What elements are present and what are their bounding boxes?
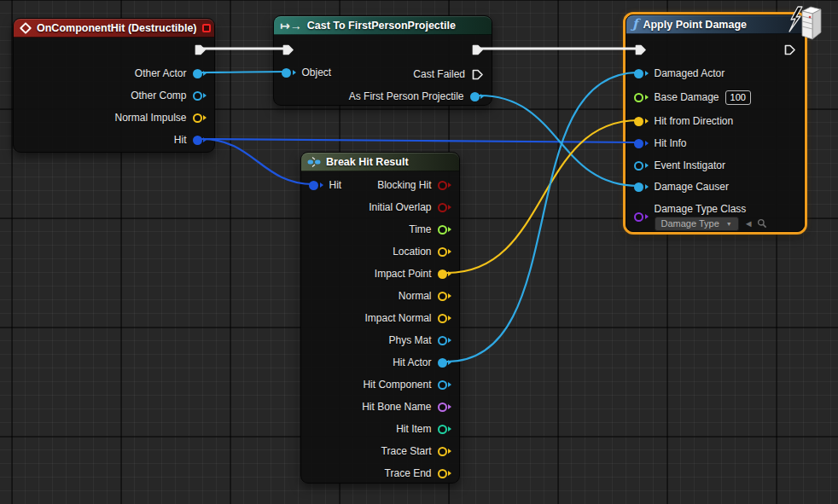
pin-row-initial-overlap: Initial Overlap bbox=[301, 199, 459, 216]
pin-label: Impact Point bbox=[375, 268, 432, 280]
pin-damage-type-class[interactable] bbox=[634, 212, 649, 222]
pin-label: Initial Overlap bbox=[369, 201, 431, 213]
pin-row-cast-failed: Cast Failed bbox=[274, 66, 492, 83]
wire-hit-to-hit_info[interactable] bbox=[202, 139, 638, 142]
pin-label: Damaged Actor bbox=[655, 67, 725, 79]
node-cast-to-firstpersonprojectile[interactable]: ↦→Cast To FirstPersonProjectileObjectCas… bbox=[273, 15, 492, 106]
pin-row-event-instigator: Event Instigator bbox=[626, 157, 804, 174]
pin-label: As First Person Projectile bbox=[349, 90, 464, 102]
pin-row-damage-causer: Damage Causer bbox=[626, 178, 804, 195]
base-damage-input[interactable]: 100 bbox=[725, 90, 751, 105]
pin-row-hit-actor: Hit Actor bbox=[301, 354, 459, 371]
pin-label: Hit bbox=[174, 134, 187, 146]
pin-label: Phys Mat bbox=[388, 334, 431, 346]
pin-blocking-hit[interactable] bbox=[438, 181, 452, 190]
pin-normal[interactable] bbox=[438, 292, 452, 301]
node-title: Break Hit Result bbox=[326, 156, 409, 168]
pin-row-normal: Normal bbox=[301, 287, 459, 304]
pin-trace-end[interactable] bbox=[438, 469, 452, 478]
pin-time[interactable] bbox=[438, 225, 452, 235]
pin-location[interactable] bbox=[438, 247, 452, 257]
wire-other_actor-to-object[interactable] bbox=[202, 72, 286, 72]
pin-label: Other Comp bbox=[131, 90, 186, 101]
pin-row-other-actor: Other Actor bbox=[14, 65, 214, 82]
pin-row-location: Location bbox=[301, 243, 459, 260]
pin-initial-overlap[interactable] bbox=[438, 203, 452, 212]
blueprint-graph-canvas[interactable]: OnComponentHit (Destructible)Other Actor… bbox=[0, 0, 838, 504]
pin-row-other-comp: Other Comp bbox=[14, 87, 214, 104]
pin-row-phys-mat: Phys Mat bbox=[301, 332, 459, 349]
break-struct-icon bbox=[307, 156, 321, 168]
pin-base-damage[interactable] bbox=[634, 93, 649, 102]
node-header[interactable]: ↦→Cast To FirstPersonProjectile bbox=[274, 16, 492, 35]
pin-hit-item[interactable] bbox=[438, 425, 452, 434]
cast-arrow-icon: ↦→ bbox=[280, 20, 302, 32]
pin-row-as-first-person-projectile: As First Person Projectile bbox=[274, 88, 492, 105]
pin-hit-bone-name[interactable] bbox=[438, 403, 452, 412]
pin-row-exec-out bbox=[626, 41, 804, 58]
pin-label: Hit Bone Name bbox=[362, 401, 431, 413]
pin-row-hit-info: Hit Info bbox=[626, 135, 804, 152]
pin-row-impact-normal: Impact Normal bbox=[301, 310, 459, 327]
pin-cast-failed[interactable] bbox=[471, 68, 484, 81]
wire-impact_point-to-hit_from_direction[interactable] bbox=[447, 120, 638, 273]
wire-hit_actor-to-damaged_actor[interactable] bbox=[447, 72, 638, 362]
node-header[interactable]: ƒApply Point Damage bbox=[626, 15, 804, 34]
node-title: Cast To FirstPersonProjectile bbox=[307, 20, 456, 32]
pin-row-hit-item: Hit Item bbox=[301, 420, 459, 437]
browse-magnifier-icon[interactable] bbox=[757, 218, 767, 229]
pin-row-damage-type-class: Damage Type ClassDamage Type▼◄ bbox=[626, 201, 804, 232]
pin-label: Hit Info bbox=[655, 137, 687, 149]
node-event-oncomponenthit[interactable]: OnComponentHit (Destructible)Other Actor… bbox=[13, 18, 215, 153]
pin-trace-start[interactable] bbox=[438, 447, 452, 456]
chevron-down-icon: ▼ bbox=[726, 217, 732, 230]
pin-row-hit-component: Hit Component bbox=[301, 376, 459, 393]
node-header[interactable]: Break Hit Result bbox=[301, 153, 459, 171]
node-apply-point-damage[interactable]: ƒApply Point DamageDamaged ActorBase Dam… bbox=[626, 14, 805, 232]
node-break-hit-result[interactable]: Break Hit ResultHitBlocking HitInitial O… bbox=[300, 152, 460, 484]
pin-label: Damage Causer bbox=[655, 181, 729, 193]
pin-row-blocking-hit: Blocking Hit bbox=[301, 177, 459, 194]
pin-label: Trace Start bbox=[381, 445, 432, 457]
damage-type-dropdown[interactable]: Damage Type▼ bbox=[655, 217, 739, 231]
pin-label: Normal Impulse bbox=[114, 112, 186, 124]
pin-label: Damage Type Class bbox=[655, 203, 767, 215]
pin-label: Hit Item bbox=[396, 423, 431, 435]
pin-event-instigator[interactable] bbox=[634, 161, 649, 171]
event-diamond-icon bbox=[20, 22, 32, 34]
pin-label: Other Actor bbox=[135, 67, 187, 79]
pin-label: Hit Component bbox=[363, 379, 431, 391]
pin-row-normal-impulse: Normal Impulse bbox=[14, 109, 214, 126]
pin-row-impact-point: Impact Point bbox=[301, 265, 459, 282]
dropdown-value: Damage Type bbox=[661, 217, 719, 230]
pin-phys-mat[interactable] bbox=[438, 336, 452, 345]
pin-row-trace-end: Trace End bbox=[301, 465, 459, 482]
pin-row-hit: Hit bbox=[14, 131, 214, 148]
pin-row-hit-bone-name: Hit Bone Name bbox=[301, 398, 459, 415]
pin-label: Hit Actor bbox=[393, 356, 431, 368]
wire-hit-to-hit_in[interactable] bbox=[202, 139, 313, 184]
pin-label: Location bbox=[393, 246, 431, 258]
use-asset-arrow-icon[interactable]: ◄ bbox=[744, 218, 754, 229]
pin-hit-component[interactable] bbox=[438, 380, 452, 390]
pin-row-damaged-actor: Damaged Actor bbox=[626, 65, 804, 82]
node-title: OnComponentHit (Destructible) bbox=[37, 22, 197, 34]
node-header[interactable]: OnComponentHit (Destructible) bbox=[14, 19, 214, 38]
pin-label: Trace End bbox=[385, 467, 432, 479]
pin-row-base-damage: Base Damage100 bbox=[626, 89, 804, 106]
pin-label: Normal bbox=[399, 290, 432, 302]
pin-normal-impulse[interactable] bbox=[193, 113, 207, 123]
pin-label: Time bbox=[409, 223, 431, 235]
pin-other-comp[interactable] bbox=[193, 91, 207, 101]
delegate-pin[interactable] bbox=[202, 24, 211, 32]
node-title: Apply Point Damage bbox=[643, 19, 747, 31]
function-f-icon: ƒ bbox=[632, 18, 637, 31]
pin-impact-normal[interactable] bbox=[438, 314, 452, 323]
target-cube-icon bbox=[785, 0, 829, 46]
pin-label: Impact Normal bbox=[364, 312, 431, 324]
pin-row-time: Time bbox=[301, 221, 459, 238]
pin-row-trace-start: Trace Start bbox=[301, 443, 459, 460]
pin-label: Base Damage bbox=[655, 91, 719, 103]
pin-label: Cast Failed bbox=[413, 68, 465, 80]
pin-row-hit-from-direction: Hit from Direction bbox=[626, 113, 804, 130]
